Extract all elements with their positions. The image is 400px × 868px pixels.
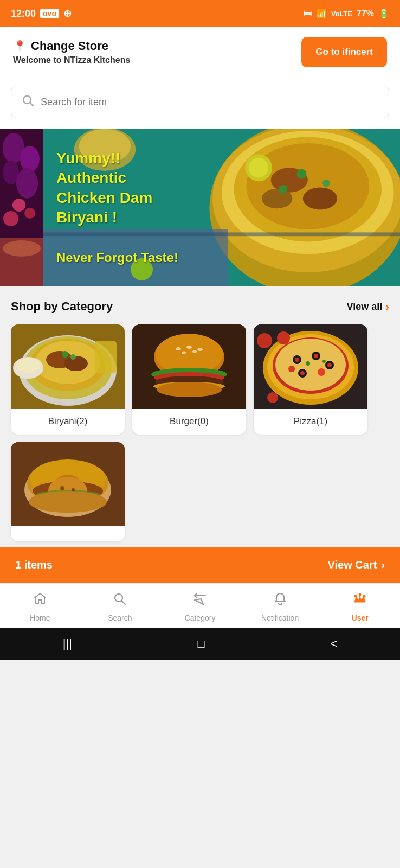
svg-point-41	[16, 358, 40, 373]
svg-point-66	[314, 354, 318, 358]
svg-point-70	[300, 371, 305, 375]
svg-point-74	[322, 360, 326, 363]
svg-line-92	[122, 601, 126, 605]
view-all-label: View all	[347, 301, 383, 312]
svg-point-71	[318, 368, 325, 376]
svg-point-19	[303, 188, 338, 210]
back-button[interactable]: <	[330, 637, 337, 651]
svg-point-68	[327, 363, 332, 367]
svg-point-93	[354, 595, 357, 598]
home-button[interactable]: □	[198, 637, 205, 651]
nav-category[interactable]: Category	[160, 591, 240, 622]
ovo-icon: ovo	[40, 9, 59, 18]
svg-point-87	[60, 486, 64, 490]
svg-point-39	[70, 354, 76, 360]
banner-section: Yummy!!AuthenticChicken DamBiryani ! Nev…	[0, 129, 400, 286]
svg-point-20	[262, 189, 293, 208]
view-all-button[interactable]: View all ›	[347, 301, 389, 313]
svg-point-11	[3, 240, 41, 257]
search-section	[0, 77, 400, 129]
svg-point-94	[363, 595, 366, 598]
recent-apps-button[interactable]: |||	[63, 637, 72, 651]
svg-point-50	[182, 352, 186, 354]
welcome-text: Welcome to NTizza Kitchens	[13, 55, 130, 65]
notification-icon	[273, 591, 288, 610]
notification-label: Notification	[261, 614, 299, 622]
biryani-image	[11, 324, 125, 409]
home-icon	[33, 591, 48, 610]
pizza-label: Pizza(1)	[254, 409, 367, 435]
status-right: 🛏 📶 VoLTE 77% 🔋	[303, 9, 389, 19]
svg-point-72	[288, 366, 295, 372]
category-card-pizza[interactable]: Pizza(1)	[254, 324, 367, 435]
cart-bar[interactable]: 1 items View Cart ›	[0, 547, 400, 583]
time-display: 12:00	[11, 8, 36, 20]
burger-image	[132, 324, 246, 409]
category-title: Shop by Category	[11, 299, 113, 314]
svg-point-77	[267, 392, 278, 403]
search-input[interactable]	[41, 97, 379, 108]
svg-point-48	[186, 346, 192, 349]
category-card-biryani[interactable]: Biryani(2)	[11, 324, 125, 435]
svg-point-25	[249, 158, 268, 177]
svg-point-73	[306, 361, 310, 366]
svg-point-76	[277, 331, 290, 344]
svg-point-38	[62, 351, 68, 358]
biryani-label: Biryani(2)	[11, 409, 125, 435]
search-label: Search	[108, 614, 132, 622]
vadapav-label	[11, 526, 125, 541]
goto-button[interactable]: Go to ifincert	[301, 37, 387, 67]
home-label: Home	[30, 614, 50, 622]
header: 📍 Change Store Welcome to NTizza Kitchen…	[0, 27, 400, 77]
change-store-label[interactable]: Change Store	[31, 39, 108, 53]
svg-point-88	[72, 488, 75, 492]
pizza-image	[254, 324, 367, 409]
category-card-burger[interactable]: Burger(0)	[132, 324, 246, 435]
view-cart-label: View Cart	[328, 559, 377, 571]
search-icon	[21, 94, 34, 110]
user-label: User	[352, 614, 369, 622]
nav-user[interactable]: User	[320, 591, 400, 622]
nav-search[interactable]: Search	[80, 591, 160, 622]
svg-point-51	[192, 350, 197, 353]
search-bar[interactable]	[11, 86, 389, 118]
svg-point-9	[3, 211, 18, 226]
category-card-vadapav[interactable]	[11, 442, 125, 541]
svg-line-1	[30, 103, 34, 106]
search-nav-icon	[112, 591, 127, 610]
svg-point-90	[29, 491, 107, 513]
svg-point-8	[24, 208, 35, 219]
svg-point-47	[176, 347, 181, 350]
battery-display: 77%	[357, 9, 374, 18]
nav-home[interactable]: Home	[0, 591, 80, 622]
svg-point-56	[157, 382, 222, 397]
svg-point-49	[197, 348, 203, 351]
bottom-navigation: Home Search Category Notification	[0, 583, 400, 628]
svg-point-64	[295, 358, 299, 362]
svg-point-75	[257, 333, 272, 348]
banner-main: Yummy!!AuthenticChicken DamBiryani ! Nev…	[43, 129, 400, 286]
user-icon	[352, 591, 367, 610]
burger-label: Burger(0)	[132, 409, 246, 435]
category-label: Category	[185, 614, 216, 622]
svg-point-62	[275, 339, 346, 391]
svg-point-23	[279, 185, 288, 194]
banner-text: Yummy!!AuthenticChicken DamBiryani ! Nev…	[43, 138, 191, 278]
vadapav-image	[11, 442, 125, 526]
whatsapp-icon: ⊕	[63, 8, 72, 20]
cart-item-count: 1 items	[15, 559, 53, 571]
category-header: Shop by Category View all ›	[11, 299, 389, 314]
cart-arrow-icon: ›	[381, 559, 385, 571]
status-bar: 12:00 ovo ⊕ 🛏 📶 VoLTE 77% 🔋	[0, 0, 400, 27]
category-section: Shop by Category View all ›	[0, 286, 400, 547]
signal-icon: VoLTE	[331, 10, 352, 18]
svg-point-37	[64, 356, 88, 371]
svg-point-22	[322, 180, 330, 187]
nav-notification[interactable]: Notification	[240, 591, 320, 622]
view-cart-button[interactable]: View Cart ›	[328, 559, 385, 571]
status-left: 12:00 ovo ⊕	[11, 8, 72, 20]
svg-point-95	[359, 593, 362, 596]
chevron-right-icon: ›	[385, 301, 389, 313]
svg-point-4	[20, 146, 40, 172]
store-info: 📍 Change Store Welcome to NTizza Kitchen…	[13, 39, 130, 65]
